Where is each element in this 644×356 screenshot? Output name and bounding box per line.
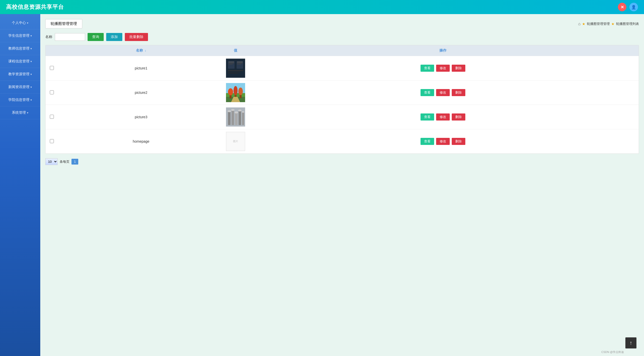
breadcrumb: ⌂ ★ 轮播图管理管理 ★ 轮播图管理列表 (578, 22, 639, 26)
col-value: 值 (224, 45, 247, 56)
search-bar: 名称 查询 添加 批量删除 (45, 33, 639, 41)
row3-actions: 查看 修改 删除 (247, 105, 639, 129)
svg-rect-8 (237, 64, 241, 64)
row3-edit-button[interactable]: 修改 (436, 113, 450, 121)
row3-checkbox[interactable] (50, 115, 54, 119)
svg-point-29 (235, 111, 238, 113)
svg-rect-11 (228, 73, 238, 73)
sidebar-label-student-mgmt: 学生信息管理 (8, 33, 29, 38)
svg-point-16 (234, 86, 238, 95)
sidebar-item-teaching-resource-mgmt[interactable]: 教学资源管理 ▾ (0, 68, 40, 81)
chevron-down-icon: ▾ (30, 73, 32, 76)
sidebar-label-teaching-resource-mgmt: 教学资源管理 (8, 72, 29, 76)
svg-rect-9 (228, 70, 243, 71)
page-title-button[interactable]: 轮播图管理管理 (45, 19, 82, 28)
svg-rect-10 (228, 72, 241, 72)
chevron-down-icon: ▾ (27, 111, 28, 114)
sidebar-label-personal-center: 个人中心 (12, 21, 26, 25)
row2-thumbnail (226, 83, 245, 102)
row2-value (224, 81, 247, 105)
svg-rect-3 (229, 63, 234, 63)
row2-checkbox-cell (46, 81, 58, 105)
chevron-down-icon: ▾ (30, 86, 32, 89)
scroll-to-top-button[interactable]: ↑ (625, 337, 636, 348)
col-checkbox (46, 45, 58, 56)
row2-edit-button[interactable]: 修改 (436, 89, 450, 96)
row4-delete-button[interactable]: 删除 (452, 138, 465, 145)
home-icon: ⌂ (578, 22, 581, 26)
sidebar-label-college-mgmt: 学院信息管理 (8, 98, 29, 102)
page-header: 轮播图管理管理 ⌂ ★ 轮播图管理管理 ★ 轮播图管理列表 (45, 19, 639, 28)
row3-action-btns: 查看 修改 删除 (249, 113, 637, 121)
table-row: picture1 (46, 56, 639, 81)
chevron-down-icon: ▾ (27, 21, 28, 25)
row4-name: homepage (58, 129, 224, 154)
search-name-label: 名称 (45, 35, 52, 39)
close-button[interactable]: ✕ (618, 3, 626, 11)
row1-delete-button[interactable]: 删除 (452, 65, 465, 72)
batch-delete-button[interactable]: 批量删除 (125, 33, 148, 41)
sidebar-item-teacher-mgmt[interactable]: 教师信息管理 ▾ (0, 42, 40, 55)
row1-name: picture1 (58, 56, 224, 81)
sidebar-item-system-mgmt[interactable]: 系统管理 ▾ (0, 106, 40, 119)
table-row: picture3 (46, 105, 639, 129)
query-button[interactable]: 查询 (88, 33, 104, 41)
row2-action-btns: 查看 修改 删除 (249, 89, 637, 96)
row4-view-button[interactable]: 查看 (421, 138, 434, 145)
header-action-icons: ✕ 👤 (618, 3, 638, 11)
row3-value (224, 105, 247, 129)
search-input[interactable] (55, 33, 85, 41)
row1-checkbox[interactable] (50, 66, 54, 70)
user-button[interactable]: 👤 (629, 3, 638, 11)
carousel-table: 名称 值 操作 (45, 45, 639, 154)
sidebar-label-news-mgmt: 新闻资讯管理 (8, 85, 29, 89)
row1-action-btns: 查看 修改 删除 (249, 65, 637, 72)
row3-view-button[interactable]: 查看 (421, 113, 434, 121)
row3-name: picture3 (58, 105, 224, 129)
row1-edit-button[interactable]: 修改 (436, 65, 450, 72)
pagination: 10 20 50 条每页 1 (45, 158, 639, 165)
svg-rect-6 (237, 62, 243, 62)
row1-actions: 查看 修改 删除 (247, 56, 639, 81)
row3-thumbnail (226, 107, 245, 127)
table-header: 名称 值 操作 (46, 45, 639, 56)
svg-point-17 (238, 88, 243, 95)
sidebar-item-student-mgmt[interactable]: 学生信息管理 ▾ (0, 29, 40, 42)
svg-rect-24 (235, 112, 238, 125)
per-page-select[interactable]: 10 20 50 (45, 158, 58, 165)
breadcrumb-sep2: ★ (611, 22, 615, 26)
table-body: picture1 (46, 56, 639, 154)
body-layout: 个人中心 ▾ 学生信息管理 ▾ 教师信息管理 ▾ 课程信息管理 ▾ 教学资源管理… (0, 14, 644, 356)
row2-actions: 查看 修改 删除 (247, 81, 639, 105)
sidebar-item-college-mgmt[interactable]: 学院信息管理 ▾ (0, 94, 40, 106)
row1-checkbox-cell (46, 56, 58, 81)
svg-point-31 (242, 111, 244, 113)
row4-checkbox-cell (46, 129, 58, 154)
sidebar-item-news-mgmt[interactable]: 新闻资讯管理 ▾ (0, 81, 40, 94)
row2-delete-button[interactable]: 删除 (452, 89, 465, 96)
svg-rect-23 (232, 110, 234, 125)
sidebar-item-course-mgmt[interactable]: 课程信息管理 ▾ (0, 55, 40, 68)
page-1-button[interactable]: 1 (71, 159, 78, 165)
row2-checkbox[interactable] (50, 90, 54, 94)
col-actions: 操作 (247, 45, 639, 56)
table-row: picture2 (46, 81, 639, 105)
row1-view-button[interactable]: 查看 (421, 65, 434, 72)
row4-checkbox[interactable] (50, 139, 54, 143)
svg-point-30 (238, 109, 242, 111)
header: 高校信息资源共享平台 ✕ 👤 (0, 0, 644, 14)
row4-edit-button[interactable]: 修改 (436, 138, 450, 145)
svg-rect-25 (239, 110, 241, 125)
sidebar: 个人中心 ▾ 学生信息管理 ▾ 教师信息管理 ▾ 课程信息管理 ▾ 教学资源管理… (0, 14, 40, 356)
svg-rect-2 (229, 62, 234, 62)
svg-point-27 (228, 110, 231, 112)
chevron-down-icon: ▾ (30, 47, 32, 50)
breadcrumb-crumb1[interactable]: 轮播图管理管理 (587, 22, 610, 26)
row2-view-button[interactable]: 查看 (421, 89, 434, 96)
svg-rect-18 (230, 95, 232, 98)
row3-delete-button[interactable]: 删除 (452, 113, 465, 121)
col-name[interactable]: 名称 (58, 45, 224, 56)
add-button[interactable]: 添加 (106, 33, 122, 41)
sidebar-label-teacher-mgmt: 教师信息管理 (8, 46, 29, 51)
sidebar-item-personal-center[interactable]: 个人中心 ▾ (0, 17, 40, 29)
